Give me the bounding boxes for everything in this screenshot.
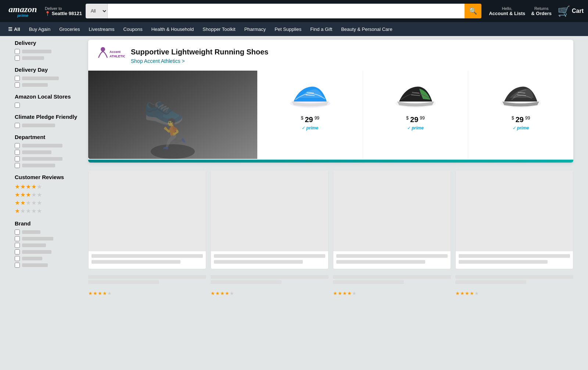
search-category-select[interactable]: All: [86, 4, 108, 18]
star: ★: [20, 199, 25, 206]
nav-find-gift[interactable]: Find a Gift: [306, 22, 336, 36]
brand-checkbox-4[interactable]: [15, 249, 20, 255]
nav-beauty-care[interactable]: Beauty & Personal Care: [337, 22, 396, 36]
star: ★: [220, 291, 225, 296]
stars-4: ★ ★ ★ ★ ★: [15, 183, 42, 190]
label-block-3: [333, 275, 451, 286]
hamburger-icon: ☰: [8, 26, 12, 32]
department-title: Department: [15, 134, 82, 140]
delivery-checkbox-1[interactable]: [15, 49, 20, 54]
sidebar: Delivery Delivery Day Amazon Local Sto: [15, 40, 88, 296]
banner-body: 👟: [88, 71, 573, 159]
cart-label: Cart: [572, 8, 584, 14]
dept-checkbox-3[interactable]: [15, 156, 20, 161]
search-input[interactable]: [108, 4, 465, 18]
star: ★: [333, 291, 337, 296]
sidebar-reviews: Customer Reviews ★ ★ ★ ★ ★ ★ ★ ★ ★ ★: [15, 174, 82, 214]
sidebar-department: Department: [15, 134, 82, 168]
filter-label: [22, 250, 51, 254]
teal-bar: [88, 160, 573, 163]
product-card-2[interactable]: $ 29 99 ✓ prime: [363, 71, 468, 159]
filter-label: [22, 56, 44, 60]
brand-info: Supportive Lightweight Running Shoes Sho…: [131, 48, 268, 64]
star-row-2[interactable]: ★ ★ ★ ★ ★: [15, 199, 82, 206]
product-tile-4[interactable]: [455, 170, 573, 269]
star-row-3[interactable]: ★ ★ ★ ★ ★: [15, 191, 82, 198]
star: ★: [460, 291, 465, 296]
filter-row: [15, 150, 82, 155]
brand-checkbox-2[interactable]: [15, 236, 20, 241]
stars-1: ★ ★ ★ ★ ★: [15, 207, 42, 214]
nav-buy-again[interactable]: Buy Again: [25, 22, 54, 36]
hamburger-menu[interactable]: ☰ All: [4, 26, 24, 32]
search-bar: All 🔍: [86, 4, 481, 18]
product-grid: [88, 170, 573, 269]
brand-checkbox-6[interactable]: [15, 263, 20, 268]
prime-checkmark-3: ✓: [513, 125, 516, 131]
price-whole-1: 29: [305, 115, 313, 124]
dept-checkbox-2[interactable]: [15, 150, 20, 155]
nav-pharmacy[interactable]: Pharmacy: [241, 22, 270, 36]
brand-checkbox-3[interactable]: [15, 243, 20, 248]
search-button[interactable]: 🔍: [465, 4, 481, 18]
filter-row: [15, 156, 82, 161]
nav-shopper-toolkit[interactable]: Shopper Toolkit: [199, 22, 239, 36]
nav-pet-supplies[interactable]: Pet Supplies: [271, 22, 305, 36]
dept-checkbox-4[interactable]: [15, 163, 20, 168]
nav-groceries[interactable]: Groceries: [55, 22, 83, 36]
delivery-location[interactable]: Deliver to 📍 Seattle 98121: [45, 6, 82, 16]
loading-bar: [214, 260, 303, 264]
star-empty: ★: [352, 291, 356, 296]
main-container: Delivery Delivery Day Amazon Local Sto: [7, 36, 581, 300]
label-block-1: [88, 275, 206, 286]
loading-bar: [459, 254, 570, 258]
prime-logo-1: ✓ prime: [302, 125, 318, 131]
star-row-1[interactable]: ★ ★ ★ ★ ★: [15, 207, 82, 214]
account-label: Account & Lists: [489, 11, 525, 16]
nav-health-household[interactable]: Health & Household: [148, 22, 198, 36]
amazon-logo[interactable]: amazon prime: [4, 4, 41, 18]
product-card-1[interactable]: $ 29 99 ✓ prime: [257, 71, 363, 159]
filter-row: [15, 56, 82, 61]
stars-2: ★ ★ ★ ★ ★: [15, 199, 42, 206]
day-checkbox-1[interactable]: [15, 76, 20, 81]
filter-row: [15, 249, 82, 255]
product-tile-body-4: [456, 251, 573, 269]
climate-checkbox[interactable]: [15, 123, 20, 128]
day-checkbox-2[interactable]: [15, 82, 20, 88]
filter-label: [22, 164, 55, 167]
loading-bar: [336, 260, 425, 264]
delivery-day-title: Delivery Day: [15, 67, 82, 73]
delivery-checkbox-2[interactable]: [15, 56, 20, 61]
brand-checkbox-5[interactable]: [15, 256, 20, 261]
location-value: Seattle 98121: [52, 11, 82, 16]
loading-bar: [336, 254, 448, 258]
delivery-title: Delivery: [15, 40, 82, 46]
shop-link[interactable]: Shop Accent Athletics >: [131, 58, 185, 64]
filter-label: [22, 124, 55, 127]
brand-checkbox-1[interactable]: [15, 230, 20, 235]
loading-bar: [92, 260, 180, 264]
star: ★: [93, 291, 97, 296]
star-row-4[interactable]: ★ ★ ★ ★ ★: [15, 183, 82, 190]
star-half: ★: [107, 291, 112, 296]
dept-checkbox-1[interactable]: [15, 143, 20, 148]
cart-button[interactable]: 🛒 Cart: [557, 5, 584, 17]
filter-label: [22, 230, 40, 234]
local-checkbox[interactable]: [15, 103, 20, 108]
reviews-title: Customer Reviews: [15, 174, 82, 180]
product-tile-3[interactable]: [333, 170, 451, 269]
filter-label: [22, 83, 48, 87]
account-menu[interactable]: Hello, Account & Lists: [489, 6, 525, 16]
nav-livestreams[interactable]: Livestreams: [85, 22, 118, 36]
price-cents-2: 99: [420, 115, 424, 121]
product-card-3[interactable]: $ 29 99 ✓ prime: [468, 71, 573, 159]
filter-row: [15, 256, 82, 261]
account-greeting: Hello,: [489, 6, 525, 11]
returns-orders[interactable]: Returns & Orders: [531, 6, 552, 16]
nav-coupons[interactable]: Coupons: [120, 22, 146, 36]
product-tile-2[interactable]: [211, 170, 329, 269]
prime-logo-2: ✓ prime: [407, 125, 424, 131]
product-tile-1[interactable]: [88, 170, 206, 269]
product-image-1: [89, 170, 206, 251]
